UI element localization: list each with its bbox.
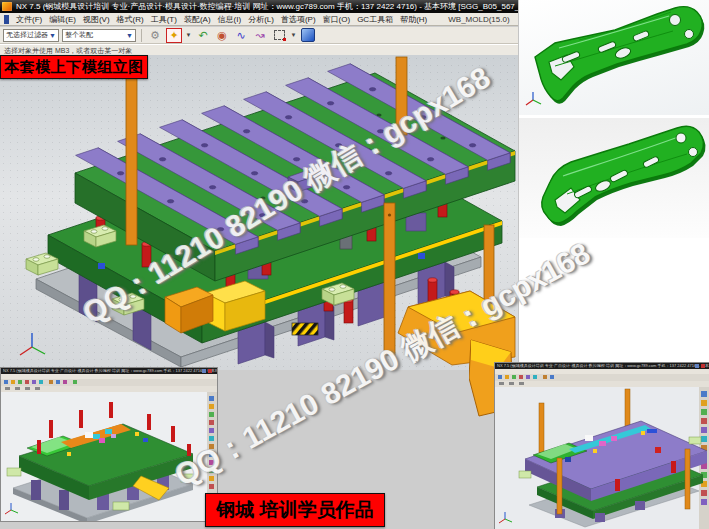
top-banner-text: 本套模上下模组立图 (4, 58, 144, 77)
upper-die-mini-window: NX 7.5 (钢城模具设计培训 专业·产品设计·模具设计·数控编程·培训 网址… (494, 362, 709, 529)
selection-filter-combo[interactable]: 无选择过滤器 ▼ (3, 29, 59, 42)
shaded-display-icon[interactable] (300, 28, 316, 43)
snap-point-icon[interactable]: ✦ (166, 28, 182, 43)
cue-bar: 选择对象并使用 MB3，或者双击某一对象 (0, 44, 518, 55)
selection-scope-value: 整个装配 (65, 30, 93, 40)
spline-icon[interactable]: ∿ (233, 28, 249, 43)
menu-bar: 文件(F) 编辑(E) 视图(V) 格式(R) 工具(T) 装配(A) 信息(I… (0, 13, 518, 26)
undo-icon[interactable]: ↶ (195, 28, 211, 43)
rectangle-select-icon[interactable] (271, 28, 287, 43)
selection-scope-combo[interactable]: 整个装配 ▼ (62, 29, 136, 42)
menu-assemblies[interactable]: 装配(A) (184, 14, 211, 25)
menu-help[interactable]: 帮助(H) (400, 14, 427, 25)
hazard-block (292, 323, 318, 335)
stamped-part-view-1 (519, 0, 709, 115)
nx-composite-screenshot: { "window": { "title": "NX 7.5 (钢城模具设计培训… (0, 0, 709, 529)
chevron-down-icon: ▼ (126, 32, 133, 39)
menu-tools[interactable]: 工具(T) (151, 14, 177, 25)
orbit-view-icon[interactable]: ◉ (214, 28, 230, 43)
bottom-banner: 钢城 培训学员作品 (205, 493, 385, 527)
active-part-label: WB_MOLD(15.0) (448, 15, 509, 24)
spring (428, 278, 437, 303)
toolbar-separator (141, 29, 142, 42)
nx-logo-icon (2, 2, 12, 11)
bottom-banner-text: 钢城 培训学员作品 (216, 497, 373, 523)
view-triad-icon (526, 92, 541, 105)
menu-format[interactable]: 格式(R) (117, 14, 144, 25)
cue-text: 选择对象并使用 MB3，或者双击某一对象 (4, 47, 132, 54)
chevron-down-icon[interactable]: ▼ (185, 32, 192, 38)
menu-information[interactable]: 信息(I) (218, 14, 242, 25)
main-toolbar: 无选择过滤器 ▼ 整个装配 ▼ ⚙ ✦ ▼ ↶ ◉ ∿ ↝ ▼ (0, 27, 518, 44)
menu-view[interactable]: 视图(V) (83, 14, 110, 25)
menu-analysis[interactable]: 分析(L) (248, 14, 274, 25)
top-banner: 本套模上下模组立图 (0, 55, 148, 79)
menu-preferences[interactable]: 首选项(P) (281, 14, 316, 25)
menu-gc-toolbox[interactable]: GC工具箱 (357, 14, 393, 25)
menu-window[interactable]: 窗口(O) (323, 14, 351, 25)
curve-icon[interactable]: ↝ (252, 28, 268, 43)
menu-file[interactable]: 文件(F) (16, 14, 42, 25)
assembly-options-icon[interactable]: ⚙ (147, 28, 163, 43)
selection-filter-value: 无选择过滤器 (6, 30, 48, 40)
window-title: NX 7.5 (钢城模具设计培训 专业·产品设计·模具设计·数控编程·培训 网址… (16, 2, 536, 11)
view-triad-icon (20, 333, 45, 355)
chevron-down-icon[interactable]: ▼ (290, 32, 297, 38)
chevron-down-icon: ▼ (49, 32, 56, 39)
part-gallery-panel (518, 0, 709, 362)
menu-edit[interactable]: 编辑(E) (49, 14, 76, 25)
stamped-part-view-2 (519, 118, 709, 238)
menu-grip-icon (4, 15, 9, 24)
lower-die-mini-window: NX 7.5 (钢城模具设计培训 专业·产品设计·模具设计·数控编程·培训 网址… (0, 367, 218, 522)
